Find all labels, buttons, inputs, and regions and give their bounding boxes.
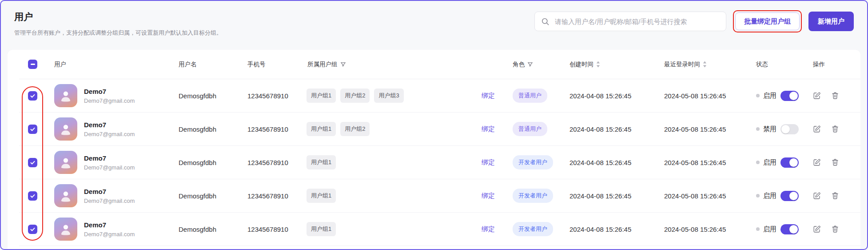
- user-cell: Demo7 Demo7@gmail.com: [43, 117, 176, 141]
- page-subtitle: 管理平台所有账户，支持分配或调整分组归属，可设置新用户默认加入目标分组。: [14, 29, 222, 37]
- bind-link[interactable]: 绑定: [476, 158, 495, 166]
- status-label: 启用: [763, 192, 776, 200]
- bind-link[interactable]: 绑定: [476, 125, 495, 133]
- status-cell: 启用: [756, 91, 813, 101]
- search-box[interactable]: [534, 12, 726, 31]
- group-tag: 用户组2: [340, 89, 370, 103]
- role-cell: 开发者用户: [513, 222, 569, 236]
- delete-button[interactable]: [831, 125, 839, 133]
- status-toggle[interactable]: [780, 124, 799, 134]
- actions-cell: [813, 192, 851, 200]
- table-row: Demo7 Demo7@gmail.com Demosgfdbh 1234567…: [19, 179, 860, 213]
- groups-cell: 用户组1: [305, 222, 476, 236]
- role-badge: 普通用户: [513, 122, 547, 136]
- username-cell: Demosgfdbh: [176, 92, 245, 100]
- bind-cell: 绑定: [476, 92, 513, 100]
- check-icon: [30, 93, 36, 99]
- groups-cell: 用户组1: [305, 155, 476, 169]
- status-label: 启用: [763, 158, 776, 167]
- title-block: 用户 管理平台所有账户，支持分配或调整分组归属，可设置新用户默认加入目标分组。: [14, 10, 222, 37]
- edit-button[interactable]: [813, 125, 821, 133]
- col-header-groups[interactable]: 所属用户组: [305, 60, 476, 69]
- user-email: Demo7@gmail.com: [84, 131, 135, 137]
- group-tag: 用户组1: [307, 155, 336, 169]
- page-title: 用户: [14, 11, 222, 23]
- trash-icon: [831, 92, 839, 100]
- status-toggle[interactable]: [780, 224, 799, 234]
- row-checkbox[interactable]: [28, 125, 37, 134]
- table-row: Demo7 Demo7@gmail.com Demosgfdbh 1234567…: [19, 146, 860, 179]
- avatar: [54, 184, 77, 207]
- role-cell: 普通用户: [513, 89, 569, 103]
- add-user-button[interactable]: 新增用户: [808, 12, 854, 31]
- filter-icon[interactable]: [527, 61, 533, 67]
- status-cell: 启用: [756, 157, 813, 168]
- table-row: Demo7 Demo7@gmail.com Demosgfdbh 1234567…: [19, 79, 860, 113]
- edit-button[interactable]: [813, 225, 821, 233]
- phone-cell: 12345678910: [245, 92, 305, 100]
- delete-button[interactable]: [831, 225, 839, 233]
- row-checkbox-cell: [19, 191, 43, 201]
- user-management-page: { "page": { "title": "用户", "subtitle": "…: [0, 0, 868, 250]
- bind-link[interactable]: 绑定: [476, 225, 495, 233]
- user-name: Demo7: [84, 88, 135, 95]
- select-all-checkbox[interactable]: [28, 60, 37, 69]
- col-header-role[interactable]: 角色: [513, 60, 569, 69]
- avatar: [54, 218, 77, 241]
- status-dot-icon: [756, 194, 760, 198]
- created-cell: 2024-04-08 15:26:45: [569, 226, 664, 233]
- check-icon: [30, 126, 36, 132]
- sort-icon[interactable]: [703, 61, 707, 68]
- check-icon: [30, 226, 36, 232]
- row-checkbox[interactable]: [28, 91, 37, 101]
- bind-link[interactable]: 绑定: [476, 192, 495, 199]
- table-row: Demo7 Demo7@gmail.com Demosgfdbh 1234567…: [19, 213, 860, 246]
- edit-button[interactable]: [813, 92, 821, 100]
- user-cell: Demo7 Demo7@gmail.com: [43, 151, 176, 174]
- delete-button[interactable]: [831, 92, 839, 100]
- bind-cell: 绑定: [476, 225, 513, 234]
- indeterminate-icon: [31, 64, 35, 65]
- user-table: 用户 用户名 手机号 所属用户组 角色 创建时间: [8, 50, 860, 249]
- col-header-last-login[interactable]: 最近登录时间: [664, 60, 756, 69]
- edit-button[interactable]: [813, 158, 821, 166]
- bind-link[interactable]: 绑定: [476, 92, 495, 99]
- annotation-batch-bind: 批量绑定用户组: [733, 10, 802, 32]
- status-toggle[interactable]: [780, 191, 799, 201]
- delete-button[interactable]: [831, 192, 839, 200]
- search-input[interactable]: [554, 17, 720, 26]
- edit-button[interactable]: [813, 192, 821, 200]
- delete-button[interactable]: [831, 158, 839, 166]
- person-icon: [59, 222, 73, 236]
- batch-bind-groups-button[interactable]: 批量绑定用户组: [735, 12, 800, 30]
- row-checkbox-cell: [19, 91, 43, 101]
- user-email: Demo7@gmail.com: [84, 97, 135, 104]
- group-tag: 用户组2: [340, 122, 370, 136]
- row-checkbox[interactable]: [28, 225, 37, 234]
- filter-icon[interactable]: [340, 61, 346, 67]
- created-cell: 2024-04-08 15:26:45: [569, 159, 664, 166]
- user-cell: Demo7 Demo7@gmail.com: [43, 84, 176, 107]
- role-cell: 普通用户: [513, 122, 569, 136]
- login-cell: 2024-05-08 15:26:45: [664, 159, 756, 166]
- edit-icon: [813, 125, 821, 133]
- status-label: 启用: [763, 225, 776, 234]
- col-header-username: 用户名: [176, 60, 245, 69]
- col-header-created[interactable]: 创建时间: [569, 60, 664, 69]
- user-email: Demo7@gmail.com: [84, 164, 135, 171]
- status-toggle[interactable]: [780, 157, 799, 168]
- login-cell: 2024-05-08 15:26:45: [664, 92, 756, 100]
- person-icon: [59, 155, 73, 169]
- row-checkbox[interactable]: [28, 158, 37, 167]
- username-cell: Demosgfdbh: [176, 159, 245, 166]
- status-toggle[interactable]: [780, 91, 799, 101]
- row-checkbox[interactable]: [28, 191, 37, 201]
- trash-icon: [831, 158, 839, 166]
- sort-icon[interactable]: [596, 61, 600, 68]
- edit-icon: [813, 192, 821, 200]
- user-name: Demo7: [84, 121, 135, 129]
- username-cell: Demosgfdbh: [176, 125, 245, 133]
- user-identity: Demo7 Demo7@gmail.com: [84, 121, 135, 137]
- user-cell: Demo7 Demo7@gmail.com: [43, 184, 176, 207]
- search-icon: [541, 17, 549, 26]
